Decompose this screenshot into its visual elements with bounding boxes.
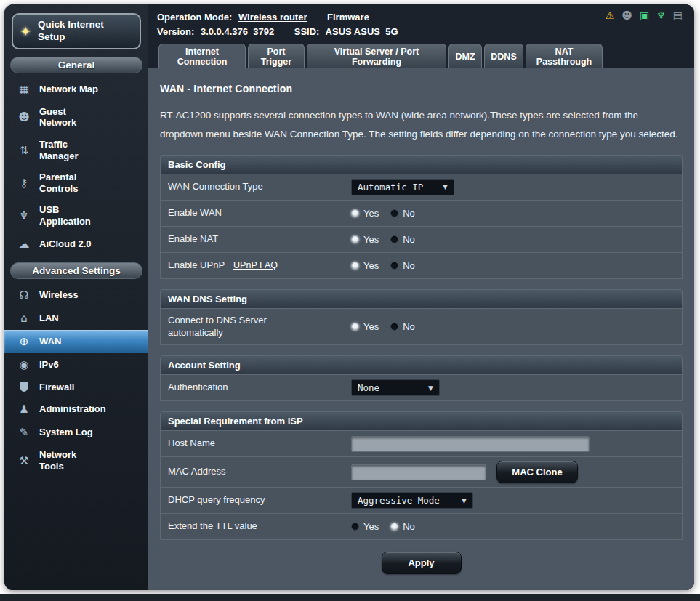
section-title: Basic Config [161, 156, 682, 174]
ipv6-icon: ◉ [17, 358, 31, 371]
quick-internet-setup-button[interactable]: ✦ Quick Internet Setup [12, 13, 141, 49]
sidebar-item-aicloud[interactable]: ☁ AiCloud 2.0 [4, 233, 148, 256]
tab-virtual-server-port-forwarding[interactable]: Virtual Server / Port Forwarding [307, 44, 446, 68]
usb-application-icon: ♆ [17, 209, 31, 222]
section-title: Special Requirement from ISP [161, 412, 682, 430]
sidebar-item-usb-application[interactable]: ♆ USB Application [4, 199, 148, 232]
wired-lan-status-icon[interactable]: ▣ [640, 9, 649, 21]
dhcp-query-frequency-dropdown[interactable]: Aggressive Mode ▼ [351, 492, 473, 509]
apply-button[interactable]: Apply [382, 552, 462, 574]
sidebar-item-traffic-manager[interactable]: ⇅ Traffic Manager [4, 134, 148, 166]
administration-icon: ♟ [17, 403, 31, 416]
sidebar-item-label: Parental Controls [39, 172, 78, 194]
sidebar-item-network-tools[interactable]: ⚒ Network Tools [4, 444, 148, 477]
printer-status-icon[interactable]: ▤ [673, 9, 683, 21]
radio-label: Yes [363, 260, 379, 271]
operation-mode-value[interactable]: Wireless router [238, 12, 307, 23]
sidebar-item-label: AiCloud 2.0 [39, 238, 92, 250]
upnp-faq-link[interactable]: UPnP FAQ [233, 259, 278, 271]
tab-ddns[interactable]: DDNS [484, 44, 523, 68]
enable-nat-no-radio[interactable] [390, 235, 398, 243]
parental-controls-icon: ⚷ [17, 177, 31, 190]
clients-icon[interactable]: ☻ [621, 9, 632, 21]
aicloud-icon: ☁ [17, 238, 31, 251]
sidebar-item-firewall[interactable]: Firewall [4, 376, 148, 398]
enable-upnp-yes-radio[interactable] [351, 262, 359, 270]
section-wan-dns-setting: WAN DNS Setting Connect to DNS Server au… [160, 289, 683, 346]
enable-upnp-no-radio[interactable] [390, 262, 398, 270]
field-label: Authentication [168, 382, 228, 394]
magic-wand-icon: ✦ [20, 23, 31, 39]
apply-area: Apply [160, 540, 683, 577]
firmware-version-value[interactable]: 3.0.0.4.376_3792 [201, 26, 274, 37]
ssid-label: SSID: [294, 26, 320, 37]
sidebar-item-system-log[interactable]: ✎ System Log [4, 421, 148, 444]
alert-bulb-icon[interactable]: ⚠ [606, 9, 615, 21]
chevron-down-icon: ▼ [428, 384, 433, 392]
row-enable-wan: Enable WAN Yes No [161, 200, 682, 226]
enable-wan-yes-radio[interactable] [351, 209, 359, 217]
sidebar-item-label: Network Map [39, 84, 98, 95]
sidebar-section-header-advanced: Advanced Settings [10, 262, 142, 279]
ssid-value[interactable]: ASUS ASUS_5G [326, 26, 398, 37]
tab-internet-connection[interactable]: Internet Connection [158, 44, 246, 68]
sidebar-item-parental-controls[interactable]: ⚷ Parental Controls [4, 166, 148, 199]
enable-nat-yes-radio[interactable] [351, 235, 359, 243]
field-label: MAC Address [168, 466, 225, 478]
sidebar-item-network-map[interactable]: ▦ Network Map [4, 78, 148, 101]
row-dhcp-query-frequency: DHCP query frequency Aggressive Mode ▼ [161, 487, 682, 513]
sidebar-section-header-general: General [10, 57, 142, 73]
firmware-version-label: Version: [157, 26, 194, 37]
field-label: Enable WAN [168, 207, 222, 219]
radio-label: Yes [363, 234, 379, 245]
page-description: RT-AC1200 supports several connection ty… [160, 106, 683, 145]
field-label: DHCP query frequency [168, 494, 265, 507]
guest-network-icon: ☻ [17, 110, 31, 124]
quick-internet-setup-label: Quick Internet Setup [38, 19, 104, 44]
tab-bar: Internet Connection Port Trigger Virtual… [157, 44, 687, 68]
content-panel: WAN - Internet Connection RT-AC1200 supp… [148, 68, 694, 590]
sidebar-item-wan[interactable]: ⊕ WAN [4, 330, 148, 353]
system-log-icon: ✎ [17, 426, 31, 439]
tab-port-trigger[interactable]: Port Trigger [248, 44, 305, 68]
mac-address-input[interactable] [351, 464, 486, 480]
firmware-label: Firmware [327, 12, 369, 23]
sidebar-item-administration[interactable]: ♟ Administration [4, 398, 148, 421]
radio-label: No [403, 321, 415, 332]
sidebar-item-label: IPv6 [39, 359, 59, 371]
tab-nat-passthrough[interactable]: NAT Passthrough [526, 44, 603, 68]
row-enable-nat: Enable NAT Yes No [161, 226, 682, 252]
dns-auto-no-radio[interactable] [390, 323, 398, 331]
usb-status-icon[interactable]: ♆ [656, 9, 666, 21]
sidebar-item-guest-network[interactable]: ☻ Guest Network [4, 101, 148, 134]
host-name-input[interactable] [351, 436, 590, 452]
chevron-down-icon: ▼ [443, 183, 448, 190]
shield-icon [17, 382, 31, 392]
radio-label: Yes [363, 521, 379, 532]
sidebar-item-wireless[interactable]: ☊ Wireless [4, 283, 148, 307]
field-label: Enable NAT [168, 233, 218, 246]
sidebar-item-lan[interactable]: ⌂ LAN [4, 307, 148, 330]
enable-wan-no-radio[interactable] [390, 209, 398, 217]
operation-mode-label: Operation Mode: [157, 12, 232, 23]
sidebar-item-label: Firewall [39, 382, 74, 393]
wan-icon: ⊕ [17, 335, 31, 348]
status-icon-bar: ⚠ ☻ ▣ ♆ ▤ [606, 9, 683, 21]
network-map-icon: ▦ [17, 83, 31, 96]
screen: ✦ Quick Internet Setup General ▦ Network… [0, 0, 700, 601]
extend-ttl-yes-radio[interactable] [351, 523, 359, 531]
radio-label: Yes [363, 208, 379, 219]
sidebar-general-nav: ▦ Network Map ☻ Guest Network ⇅ Traffic … [4, 78, 148, 256]
authentication-dropdown[interactable]: None ▼ [351, 379, 440, 396]
network-tools-icon: ⚒ [17, 454, 31, 467]
wireless-icon: ☊ [17, 289, 31, 302]
lan-icon: ⌂ [17, 312, 31, 325]
dns-auto-yes-radio[interactable] [351, 323, 359, 331]
extend-ttl-no-radio[interactable] [390, 523, 398, 531]
tab-dmz[interactable]: DMZ [448, 44, 482, 68]
mac-clone-button[interactable]: MAC Clone [496, 461, 578, 483]
radio-label: No [403, 260, 415, 271]
field-label: WAN Connection Type [168, 181, 263, 193]
wan-connection-type-dropdown[interactable]: Automatic IP ▼ [351, 179, 454, 195]
sidebar-item-ipv6[interactable]: ◉ IPv6 [4, 353, 148, 376]
